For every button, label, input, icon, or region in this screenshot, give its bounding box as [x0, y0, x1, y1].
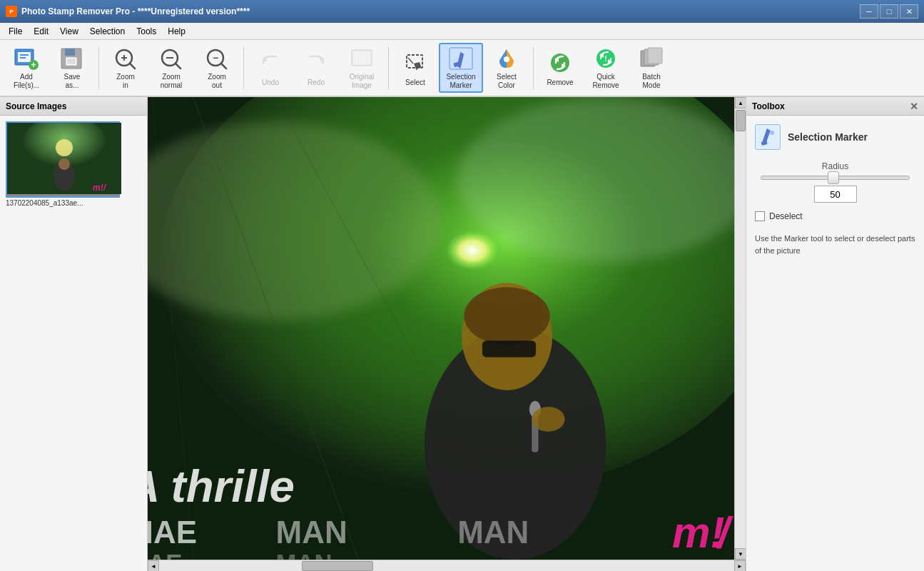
svg-line-21 [221, 64, 226, 69]
svg-text:MAE: MAE [148, 515, 197, 550]
svg-text:P: P [9, 9, 14, 15]
app-icon: P [6, 6, 17, 17]
zoom-normal-button[interactable]: Zoomnormal [149, 43, 193, 93]
select-color-button[interactable]: SelectColor [484, 43, 529, 93]
svg-point-60 [532, 407, 564, 432]
zoom-in-button[interactable]: Zoomin [103, 43, 148, 93]
radius-value-display[interactable]: 50 [814, 186, 857, 203]
close-button[interactable]: ✕ [900, 4, 918, 19]
scroll-vertical-thumb[interactable] [736, 110, 746, 131]
svg-text:MAE: MAE [148, 550, 182, 560]
menu-file[interactable]: File [3, 25, 28, 38]
batch-mode-button[interactable]: BatchMode [629, 43, 674, 93]
svg-rect-69 [761, 141, 768, 146]
toolbar-separator-2 [243, 46, 244, 89]
redo-button[interactable]: Redo [294, 43, 338, 93]
toolbox-tool-header: Selection Marker [755, 124, 915, 150]
undo-button[interactable]: Undo [248, 43, 293, 93]
source-thumbnail-label: 13702204085_a133ae... [6, 199, 141, 207]
svg-rect-39 [648, 48, 662, 64]
vertical-scrollbar: ▲ ▼ [734, 97, 746, 560]
svg-text:m!/: m!/ [93, 183, 107, 193]
horizontal-scrollbar-area: ◄ ► [148, 560, 746, 571]
svg-text:A thrille: A thrille [148, 460, 295, 511]
toolbox-panel: Toolbox ✕ Selection Marker Radius [746, 97, 924, 571]
toolbox-title: Toolbox [752, 101, 785, 111]
title-bar: P Photo Stamp Remover Pro - ****Unregist… [0, 0, 924, 23]
menu-selection[interactable]: Selection [84, 25, 131, 38]
radius-label: Radius [755, 161, 915, 171]
svg-text:m!: m! [672, 509, 725, 557]
svg-text:MAN: MAN [276, 515, 347, 550]
maximize-button[interactable]: □ [880, 4, 898, 19]
deselect-label: Deselect [769, 211, 803, 221]
scroll-up-button[interactable]: ▲ [735, 97, 746, 108]
svg-point-70 [770, 131, 774, 135]
main-canvas[interactable]: A thrille MAE MAN MAN MAE MAN m! / [148, 97, 734, 560]
svg-line-18 [176, 64, 181, 69]
selection-marker-button[interactable]: SelectionMarker [439, 43, 483, 93]
svg-text:MAN: MAN [276, 550, 332, 560]
svg-point-29 [504, 56, 509, 62]
window-controls: ─ □ ✕ [860, 4, 918, 19]
deselect-checkbox[interactable] [755, 211, 765, 221]
svg-rect-25 [353, 51, 370, 64]
svg-point-42 [56, 139, 73, 156]
svg-rect-9 [65, 49, 75, 56]
original-image-button[interactable]: OriginalImage [340, 43, 384, 93]
scroll-left-button[interactable]: ◄ [148, 560, 159, 571]
scroll-right-button[interactable]: ► [734, 560, 746, 571]
toolbox-description: Use the Marker tool to select or deselec… [755, 233, 915, 256]
toolbar-separator-1 [98, 46, 99, 89]
toolbox-tool-icon [755, 124, 781, 150]
source-panel-header: Source Images [0, 97, 147, 116]
svg-point-56 [464, 287, 549, 345]
source-thumbnail-item[interactable]: m!/ 13702204085_a133ae... [6, 121, 141, 207]
menu-help[interactable]: Help [162, 25, 191, 38]
radius-slider-thumb[interactable] [828, 171, 839, 184]
select-button[interactable]: Select [393, 43, 437, 93]
scroll-horizontal-thumb[interactable] [302, 561, 373, 571]
canvas-wrapper: A thrille MAE MAN MAN MAE MAN m! / ▲ [148, 97, 746, 571]
svg-text:!: ! [604, 55, 606, 63]
add-files-button[interactable]: + AddFile(s)... [4, 43, 49, 93]
svg-line-15 [130, 64, 135, 69]
scroll-vertical-track[interactable] [735, 108, 746, 548]
menu-bar: File Edit View Selection Tools Help [0, 23, 924, 40]
minimize-button[interactable]: ─ [860, 4, 878, 19]
menu-edit[interactable]: Edit [28, 25, 54, 38]
svg-rect-4 [20, 54, 29, 56]
menu-view[interactable]: View [54, 25, 84, 38]
svg-text:+: + [31, 60, 36, 70]
svg-text:MAN: MAN [457, 515, 529, 550]
svg-point-44 [59, 158, 70, 170]
deselect-row: Deselect [755, 211, 915, 221]
zoom-out-button[interactable]: − Zoomout [195, 43, 239, 93]
canvas-and-vscroll: A thrille MAE MAN MAN MAE MAN m! / ▲ [148, 97, 746, 560]
menu-tools[interactable]: Tools [131, 25, 162, 38]
toolbar-separator-4 [533, 46, 534, 89]
remove-button[interactable]: Remove [538, 43, 582, 93]
toolbar: + AddFile(s)... Saveas... Zoomin [0, 40, 924, 97]
svg-rect-5 [20, 57, 26, 59]
radius-slider-track[interactable] [761, 176, 910, 180]
source-panel: Source Images [0, 97, 148, 571]
svg-rect-57 [482, 340, 536, 357]
scroll-horizontal-track[interactable] [159, 560, 734, 571]
source-panel-title: Source Images [6, 101, 66, 111]
source-thumbnail[interactable]: m!/ [6, 121, 120, 198]
svg-text:−: − [213, 52, 218, 64]
svg-rect-11 [67, 59, 76, 64]
toolbox-close-button[interactable]: ✕ [910, 101, 918, 112]
window-title: Photo Stamp Remover Pro - ****Unregister… [21, 6, 250, 16]
radius-slider-container [761, 176, 910, 180]
scroll-down-button[interactable]: ▼ [735, 548, 746, 560]
toolbox-header: Toolbox ✕ [746, 97, 924, 116]
main-area: Source Images [0, 97, 924, 571]
quick-remove-button[interactable]: ! QuickRemove [584, 43, 628, 93]
toolbox-tool-name: Selection Marker [788, 131, 868, 143]
save-as-button[interactable]: Saveas... [50, 43, 94, 93]
source-image-list: m!/ 13702204085_a133ae... [0, 116, 147, 571]
toolbar-separator-3 [388, 46, 389, 89]
toolbox-content: Selection Marker Radius 50 Deselect Use … [746, 116, 924, 265]
